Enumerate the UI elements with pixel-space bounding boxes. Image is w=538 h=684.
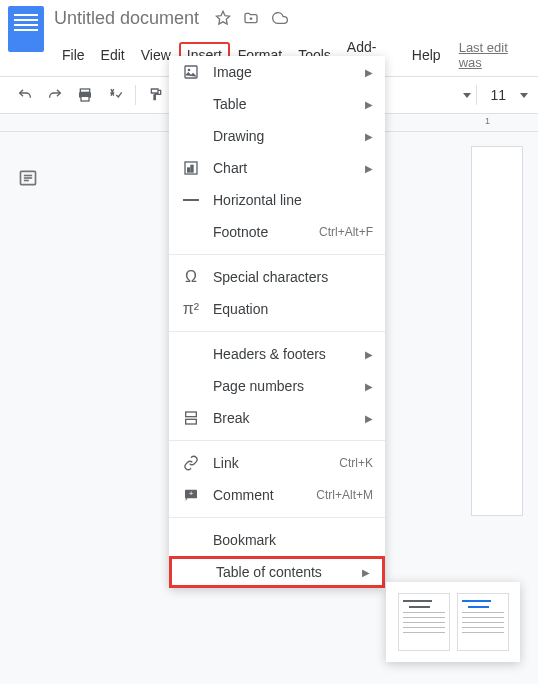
menu-edit[interactable]: Edit bbox=[93, 42, 133, 68]
label: Break bbox=[213, 410, 365, 426]
preview-line bbox=[462, 627, 504, 628]
shortcut: Ctrl+Alt+F bbox=[319, 225, 373, 239]
outline-icon[interactable] bbox=[18, 168, 38, 192]
separator bbox=[476, 85, 477, 105]
submenu-arrow-icon: ▶ bbox=[365, 131, 373, 142]
svg-marker-0 bbox=[216, 11, 229, 24]
svg-point-9 bbox=[188, 69, 191, 72]
preview-line bbox=[462, 617, 504, 618]
menu-item-special-chars[interactable]: Ω Special characters bbox=[169, 261, 385, 293]
menu-item-image[interactable]: Image ▶ bbox=[169, 56, 385, 88]
comment-icon: + bbox=[181, 487, 201, 503]
label: Horizontal line bbox=[213, 192, 373, 208]
svg-rect-12 bbox=[191, 165, 193, 172]
preview-line bbox=[403, 632, 445, 633]
preview-line bbox=[403, 622, 445, 623]
font-controls: 11 bbox=[457, 83, 528, 107]
label: Chart bbox=[213, 160, 365, 176]
font-dropdown-icon[interactable] bbox=[463, 93, 471, 98]
menu-item-toc[interactable]: Table of contents ▶ bbox=[169, 556, 385, 588]
preview-line bbox=[403, 617, 445, 618]
line-icon bbox=[181, 198, 201, 202]
omega-icon: Ω bbox=[181, 268, 201, 286]
menu-item-break[interactable]: Break ▶ bbox=[169, 402, 385, 434]
toc-style-links[interactable] bbox=[457, 593, 509, 651]
label: Equation bbox=[213, 301, 373, 317]
divider bbox=[169, 440, 385, 441]
pi-icon: π² bbox=[181, 300, 201, 318]
divider bbox=[169, 331, 385, 332]
submenu-arrow-icon: ▶ bbox=[365, 163, 373, 174]
label: Headers & footers bbox=[213, 346, 365, 362]
submenu-arrow-icon: ▶ bbox=[365, 349, 373, 360]
label: Table bbox=[213, 96, 365, 112]
label: Footnote bbox=[213, 224, 319, 240]
svg-rect-15 bbox=[186, 419, 197, 424]
insert-dropdown: Image ▶ Table ▶ Drawing ▶ Chart ▶ Horizo… bbox=[169, 56, 385, 588]
submenu-arrow-icon: ▶ bbox=[365, 99, 373, 110]
menu-item-bookmark[interactable]: Bookmark bbox=[169, 524, 385, 556]
font-size-dropdown-icon[interactable] bbox=[520, 93, 528, 98]
preview-line bbox=[462, 632, 504, 633]
label: Bookmark bbox=[213, 532, 373, 548]
menu-item-table[interactable]: Table ▶ bbox=[169, 88, 385, 120]
cloud-status-icon[interactable] bbox=[271, 10, 289, 26]
redo-icon[interactable] bbox=[42, 83, 68, 107]
menu-item-link[interactable]: Link Ctrl+K bbox=[169, 447, 385, 479]
menu-item-page-numbers[interactable]: Page numbers ▶ bbox=[169, 370, 385, 402]
toc-style-plain[interactable] bbox=[398, 593, 450, 651]
divider bbox=[169, 254, 385, 255]
submenu-arrow-icon: ▶ bbox=[365, 413, 373, 424]
label: Comment bbox=[213, 487, 316, 503]
preview-line bbox=[462, 612, 504, 613]
spellcheck-icon[interactable] bbox=[102, 83, 128, 107]
label: Page numbers bbox=[213, 378, 365, 394]
image-icon bbox=[181, 64, 201, 80]
svg-rect-3 bbox=[81, 96, 89, 101]
preview-line bbox=[462, 622, 504, 623]
last-edit-link[interactable]: Last edit was bbox=[459, 40, 530, 70]
divider bbox=[169, 517, 385, 518]
undo-icon[interactable] bbox=[12, 83, 38, 107]
label: Special characters bbox=[213, 269, 373, 285]
title-row: Untitled document bbox=[54, 6, 530, 30]
menu-item-footnote[interactable]: Footnote Ctrl+Alt+F bbox=[169, 216, 385, 248]
chart-icon bbox=[181, 160, 201, 176]
ruler-mark: 1 bbox=[485, 116, 490, 126]
move-folder-icon[interactable] bbox=[243, 10, 259, 26]
menu-help[interactable]: Help bbox=[404, 42, 449, 68]
toc-submenu bbox=[386, 582, 520, 662]
menu-item-headers-footers[interactable]: Headers & footers ▶ bbox=[169, 338, 385, 370]
menu-item-chart[interactable]: Chart ▶ bbox=[169, 152, 385, 184]
menu-item-equation[interactable]: π² Equation bbox=[169, 293, 385, 325]
menu-item-horizontal-line[interactable]: Horizontal line bbox=[169, 184, 385, 216]
shortcut: Ctrl+K bbox=[339, 456, 373, 470]
document-title[interactable]: Untitled document bbox=[54, 8, 199, 29]
label: Drawing bbox=[213, 128, 365, 144]
menu-file[interactable]: File bbox=[54, 42, 93, 68]
submenu-arrow-icon: ▶ bbox=[365, 381, 373, 392]
svg-text:+: + bbox=[189, 489, 194, 498]
document-page[interactable] bbox=[471, 146, 523, 516]
preview-line bbox=[403, 627, 445, 628]
link-icon bbox=[181, 455, 201, 471]
label: Link bbox=[213, 455, 339, 471]
preview-line bbox=[403, 600, 432, 602]
shortcut: Ctrl+Alt+M bbox=[316, 488, 373, 502]
star-icon[interactable] bbox=[215, 10, 231, 26]
paint-format-icon[interactable] bbox=[143, 83, 169, 107]
print-icon[interactable] bbox=[72, 83, 98, 107]
submenu-arrow-icon: ▶ bbox=[365, 67, 373, 78]
preview-line bbox=[462, 600, 491, 602]
preview-line bbox=[403, 612, 445, 613]
label: Table of contents bbox=[216, 564, 362, 580]
docs-logo-icon[interactable] bbox=[8, 6, 44, 52]
font-size-select[interactable]: 11 bbox=[482, 83, 514, 107]
submenu-arrow-icon: ▶ bbox=[362, 567, 370, 578]
svg-rect-1 bbox=[80, 89, 89, 92]
break-icon bbox=[181, 410, 201, 426]
preview-line bbox=[468, 606, 489, 608]
menu-item-comment[interactable]: + Comment Ctrl+Alt+M bbox=[169, 479, 385, 511]
svg-rect-11 bbox=[188, 168, 190, 172]
menu-item-drawing[interactable]: Drawing ▶ bbox=[169, 120, 385, 152]
